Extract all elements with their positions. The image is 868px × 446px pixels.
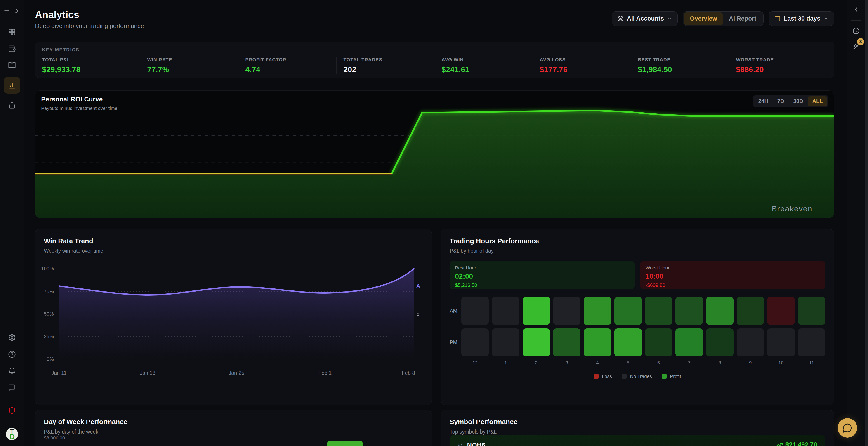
heatmap-cell-pm-6[interactable]	[645, 328, 672, 356]
date-range-dropdown[interactable]: Last 30 days	[769, 11, 834, 26]
history-button[interactable]	[850, 26, 862, 36]
win-rate-y-axis: 100% 75% 50% 25% 0%	[41, 266, 54, 362]
sidebar-item-analytics[interactable]	[4, 77, 20, 94]
symbol-performance-card: Symbol Performance Top symbols by P&L #1…	[441, 410, 834, 446]
sidebar-item-settings[interactable]	[6, 332, 18, 343]
heatmap-cell-am-1[interactable]	[492, 297, 519, 325]
heatmap-cell-am-5[interactable]	[614, 297, 642, 325]
sidebar-item-dashboard[interactable]	[6, 27, 18, 37]
heatmap-cell-pm-9[interactable]	[737, 328, 764, 356]
hour-label: 1	[492, 360, 519, 365]
heatmap-cell-pm-8[interactable]	[706, 328, 734, 356]
gridline	[71, 438, 426, 438]
tab-overview[interactable]: Overview	[684, 12, 723, 25]
heatmap-cell-pm-7[interactable]	[675, 328, 703, 356]
heatmap-cell-pm-3[interactable]	[553, 328, 581, 356]
roi-card-subtitle: Payouts minus investment over time	[41, 105, 117, 111]
trading-hours-title: Trading Hours Performance	[450, 237, 539, 245]
heatmap-cell-am-8[interactable]	[706, 297, 734, 325]
notification-badge: 3	[857, 38, 864, 45]
account-filter-dropdown[interactable]: All Accounts	[612, 11, 678, 26]
bar-segment[interactable]	[327, 441, 363, 446]
svg-text:Jan 18: Jan 18	[140, 370, 155, 376]
avatar[interactable]: T D	[6, 428, 18, 440]
roi-range-selector: 24H 7D 30D ALL	[753, 95, 829, 107]
view-tabs: Overview AI Report	[683, 11, 764, 26]
sidebar-divider	[0, 399, 24, 399]
svg-text:Jan 11: Jan 11	[51, 370, 66, 376]
help-circle-icon	[8, 350, 16, 358]
heatmap-cell-pm-5[interactable]	[614, 328, 642, 356]
metric-avg-loss: AVG LOSS $177.76	[533, 57, 631, 74]
key-metrics-grid: TOTAL P&L $29,933.78 WIN RATE 77.7% PROF…	[42, 57, 827, 74]
sidebar-item-export[interactable]	[6, 99, 18, 110]
tab-ai-report[interactable]: AI Report	[723, 12, 762, 25]
heatmap-cell-pm-11[interactable]	[798, 328, 825, 356]
heatmap-cell-pm-10[interactable]	[767, 328, 795, 356]
sidebar-item-help[interactable]	[6, 349, 18, 360]
sidebar-item-feedback[interactable]	[6, 382, 18, 393]
chat-bubble-icon	[842, 423, 852, 433]
svg-text:0%: 0%	[46, 356, 54, 362]
range-30d[interactable]: 30D	[789, 96, 808, 106]
main-content: Analytics Deep dive into your trading pe…	[24, 0, 847, 446]
collapse-panel-button[interactable]	[850, 4, 862, 15]
ai-assistant-button[interactable]: 3	[850, 41, 862, 52]
heatmap-cell-am-7[interactable]	[675, 297, 703, 325]
legend-loss: Loss	[594, 374, 612, 379]
heatmap-cell-am-11[interactable]	[798, 297, 825, 325]
heatmap-cell-pm-1[interactable]	[492, 328, 519, 356]
metric-total-pnl: TOTAL P&L $29,933.78	[42, 57, 140, 74]
panel-divider	[850, 20, 862, 21]
heatmap-cell-am-6[interactable]	[645, 297, 672, 325]
expand-sidebar-button[interactable]	[13, 7, 20, 14]
hour-label: 8	[706, 360, 734, 365]
heatmap-cell-am-9[interactable]	[737, 297, 764, 325]
sidebar-item-wallet[interactable]	[6, 43, 18, 54]
bell-icon	[8, 367, 16, 375]
range-all[interactable]: ALL	[808, 96, 827, 106]
heatmap-cell-am-4[interactable]	[584, 297, 611, 325]
roi-curve-chart[interactable]: Breakeven	[35, 91, 834, 218]
metric-profit-factor: PROFIT FACTOR 4.74	[238, 57, 336, 74]
symbol-row[interactable]: #1 NQH6 $21,492.70	[450, 435, 825, 446]
heatmap-legend: Loss No Trades Profit	[450, 374, 825, 379]
heatmap-cell-am-3[interactable]	[553, 297, 581, 325]
y-axis-label: $8,000.00	[44, 435, 65, 441]
metric-win-rate: WIN RATE 77.7%	[140, 57, 238, 74]
sidebar-divider	[0, 422, 24, 422]
heatmap-cell-am-12[interactable]	[461, 297, 489, 325]
heatmap-cell-pm-4[interactable]	[584, 328, 611, 356]
sidebar-item-journal[interactable]	[6, 60, 18, 71]
bar-chart-icon	[8, 82, 16, 89]
chat-button[interactable]	[838, 418, 857, 438]
worst-hour-box: Worst Hour 10:00 -$609.80	[640, 261, 825, 289]
heatmap-cell-am-10[interactable]	[767, 297, 795, 325]
heatmap-cell-am-2[interactable]	[523, 297, 550, 325]
range-24h[interactable]: 24H	[754, 96, 773, 106]
heatmap-cell-pm-12[interactable]	[461, 328, 489, 356]
chevron-down-icon	[667, 16, 672, 21]
book-open-icon	[8, 62, 16, 69]
sidebar-item-security[interactable]	[6, 405, 18, 416]
svg-text:Feb 8: Feb 8	[402, 370, 415, 376]
day-of-week-title: Day of Week Performance	[44, 418, 127, 426]
share-upload-icon	[8, 101, 16, 109]
heatmap-cell-pm-2[interactable]	[523, 328, 550, 356]
legend-profit: Profit	[662, 374, 681, 379]
hour-label: 12	[461, 360, 489, 365]
hour-label: 6	[645, 360, 672, 365]
hour-label: 11	[798, 360, 825, 365]
account-filter-label: All Accounts	[627, 15, 664, 22]
range-7d[interactable]: 7D	[773, 96, 789, 106]
sidebar-item-notifications[interactable]	[6, 365, 18, 376]
win-rate-title: Win Rate Trend	[44, 237, 93, 245]
hour-label: 9	[737, 360, 764, 365]
win-rate-chart[interactable]: 100% 75% 50% 25% 0% A 5 Jan 11 Jan 18 Ja…	[40, 261, 424, 387]
hour-label: 7	[675, 360, 703, 365]
hour-label: 4	[584, 360, 611, 365]
logo-dash-icon	[4, 10, 9, 11]
day-of-week-card: Day of Week Performance P&L by day of th…	[35, 410, 432, 446]
symbol-rank: #1	[458, 443, 463, 446]
metric-avg-win: AVG WIN $241.61	[435, 57, 533, 74]
